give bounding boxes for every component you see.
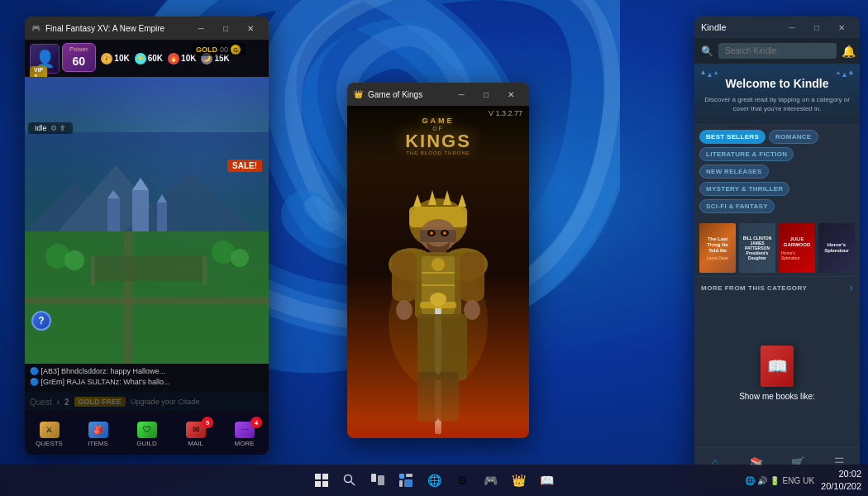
gok-window-icon: 👑 [354,90,363,98]
kindle-content: 🔍 🔔 Welcome [694,38,860,484]
svg-point-17 [64,250,84,270]
svg-marker-25 [443,190,451,205]
svg-marker-24 [428,190,436,205]
taskbar-volume-icon[interactable]: 🔊 [757,476,767,485]
taskbar-start-btn[interactable] [309,468,334,493]
kindle-cat-mystery[interactable]: MYSTERY & THRILLER [699,182,789,196]
kindle-book-2[interactable]: BILL CLINTON JAMES PATTERSON President's… [739,223,775,273]
gok-minimize-btn[interactable]: ─ [450,86,473,103]
ff-titlebar: 🎮 Final Fantasy XV: A New Empire ─ □ ✕ [25,17,269,40]
kindle-window: Kindle ─ □ ✕ 🔍 🔔 [694,17,860,484]
taskbar-right: 🌐 🔊 🔋 ENG UK 20:02 20/10/202 [745,468,868,494]
ff-chat-line-1: 🔵 [AB3] Bhndclsddorz: happy Hallowe... [30,367,264,375]
ff-maximize-btn[interactable]: □ [214,20,237,36]
ff-sale-badge: SALE! [227,160,262,172]
ff-mail-badge: 5 [202,417,213,428]
svg-rect-61 [399,480,403,487]
kindle-more-section[interactable]: MORE FROM THIS CATEGORY › [694,276,860,298]
svg-rect-51 [315,474,321,479]
taskbar: 🌐 ⚙ 🎮 👑 📖 🌐 🔊 🔋 ENG [0,465,868,496]
gok-close-btn[interactable]: ✕ [499,86,522,103]
kindle-maximize-btn[interactable]: □ [805,19,828,36]
ff-bottom-nav: ⚔ QUESTS 🎒 ITEMS 🛡 GUILD ✉ MAIL 5 ⋯ [25,413,269,455]
kindle-search-icon: 🔍 [701,45,713,57]
taskbar-search-btn[interactable] [337,468,362,493]
kindle-search-input[interactable] [718,43,837,59]
taskbar-clock[interactable]: 20:02 20/10/202 [821,468,861,494]
taskbar-region-label: UK [803,476,814,485]
ff-minimize-btn[interactable]: ─ [189,20,212,36]
kindle-cat-romance[interactable]: ROMANCE [769,130,818,144]
gok-fire-overlay [347,372,529,438]
gok-game-content: V 1.3.2.77 GAME OF KINGS THE BLOOD THRON… [347,106,529,438]
ff-game-content: 👤 ⚡ 50K 💰 10K ⚡ 60K [25,40,269,455]
ff-help-bubble[interactable]: ? [31,311,51,331]
svg-rect-54 [322,481,328,487]
taskbar-date-display: 20/10/202 [821,480,861,493]
kindle-book-1[interactable]: The Last Thing He Told Me Laura Dave [699,223,736,273]
taskbar-lang-label: ENG [782,476,800,485]
kindle-decorations [694,70,860,77]
taskbar-network-icon[interactable]: 🌐 [745,476,755,485]
taskbar-widgets-btn[interactable] [393,468,418,493]
kindle-welcome-title: Welcome to Kindle [704,77,850,90]
svg-rect-59 [399,474,404,479]
kindle-close-btn[interactable]: ✕ [830,19,853,36]
svg-rect-14 [91,256,95,285]
kindle-book-3[interactable]: JULIE GARWOOD Honor's Splendour [779,223,815,273]
kindle-cat-new-releases[interactable]: NEW RELEASES [699,165,769,179]
kindle-title: Kindle [701,22,727,32]
kindle-minimize-btn[interactable]: ─ [780,19,804,36]
svg-rect-62 [404,479,413,487]
taskbar-settings-btn[interactable]: ⚙ [450,468,475,493]
svg-rect-60 [406,474,413,477]
ff-power-badge: Power 60 [62,43,96,72]
ff-nav-more[interactable]: ⋯ MORE 4 [220,413,269,455]
gok-background: V 1.3.2.77 GAME OF KINGS THE BLOOD THRON… [347,106,529,438]
taskbar-app2-btn[interactable]: 📖 [534,468,559,493]
ff-close-btn[interactable]: ✕ [239,20,262,36]
taskbar-edge-btn[interactable]: 🌐 [422,468,446,493]
svg-rect-9 [132,190,149,231]
gok-version: V 1.3.2.77 [489,109,522,117]
kindle-book-suggest-icon[interactable]: 📖 [761,346,794,387]
ff-gold-display: GOLD 00 G [191,43,246,56]
svg-line-56 [351,482,355,486]
svg-point-19 [231,249,249,267]
svg-rect-15 [203,256,207,285]
taskbar-time-display: 20:02 [821,468,861,480]
gok-logo: GAME OF KINGS THE BLOOD THRONE [405,117,471,155]
kindle-more-arrow: › [850,282,853,293]
ff-game-background [25,77,269,364]
ff-stat-lightning: ⚡ 60K [135,53,163,64]
svg-marker-26 [458,194,466,207]
kindle-cat-scifi[interactable]: SCI-FI & FANTASY [699,199,775,213]
taskbar-app1-btn[interactable]: 👑 [506,468,531,493]
ff-nav-items[interactable]: 🎒 ITEMS [74,413,122,455]
ff-idle-bar: Idle ⚙ 🗡 [28,122,73,134]
svg-point-55 [345,475,352,483]
svg-rect-58 [378,475,384,485]
kindle-titlebar: Kindle ─ □ ✕ [694,17,860,38]
kindle-cat-bestsellers[interactable]: BEST SELLERS [699,130,765,144]
ff-nav-guild[interactable]: 🛡 GUILD [122,413,171,455]
svg-point-39 [432,258,445,271]
ff-nav-mail[interactable]: ✉ MAIL 5 [171,413,220,455]
taskbar-taskview-btn[interactable] [365,468,390,493]
taskbar-battery-icon[interactable]: 🔋 [770,476,780,485]
gok-window-title: Game of Kings [368,90,422,99]
ff-nav-quests[interactable]: ⚔ QUESTS [25,413,74,455]
svg-rect-52 [322,474,328,479]
taskbar-store-btn[interactable]: 🎮 [478,468,503,493]
taskbar-center: 🌐 ⚙ 🎮 👑 📖 [309,468,559,493]
kindle-book-4[interactable]: Honor's Splendour [818,223,855,273]
gok-maximize-btn[interactable]: □ [475,86,498,103]
ff-window: 🎮 Final Fantasy XV: A New Empire ─ □ ✕ 👤… [25,17,269,455]
ff-game-area[interactable]: Idle ⚙ 🗡 SALE! ? [25,77,269,364]
svg-marker-23 [413,194,422,207]
ff-more-badge: 4 [250,417,262,428]
kindle-cat-literature[interactable]: LITERATURE & FICTION [699,147,794,161]
kindle-categories: BEST SELLERS ROMANCE LITERATURE & FICTIO… [694,123,860,220]
kindle-bell-icon[interactable]: 🔔 [842,45,856,58]
svg-rect-13 [91,256,207,281]
